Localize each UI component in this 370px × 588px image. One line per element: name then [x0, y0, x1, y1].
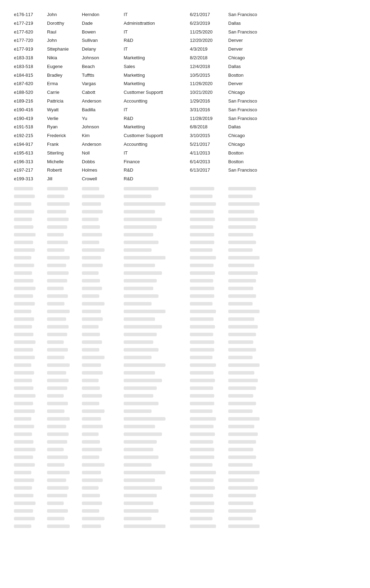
blurred-cell — [124, 210, 155, 213]
blurred-cell — [124, 294, 159, 298]
blurred-table-row — [14, 515, 356, 522]
blurred-table-row — [14, 507, 356, 515]
blurred-cell — [228, 310, 260, 313]
cell-date: 4/11/2013 — [190, 150, 228, 157]
cell-date: 3/31/2016 — [190, 106, 228, 114]
blurred-cell — [14, 440, 33, 444]
cell-dept: Marketting — [124, 123, 190, 131]
blurred-cell — [190, 233, 214, 236]
cell-city: Bostton — [228, 150, 273, 157]
table-row: e177-219 Dorotthy Dade Administtrattion … — [14, 19, 356, 28]
cell-date: 11/26/2020 — [190, 80, 228, 88]
blurred-cell — [47, 225, 67, 229]
blurred-cell — [47, 294, 68, 298]
cell-first: Pattricia — [47, 98, 82, 105]
blurred-cell — [124, 202, 165, 206]
blurred-cell — [190, 356, 213, 359]
cell-last: Holmes — [82, 167, 124, 174]
blurred-cell — [190, 517, 213, 520]
blurred-cell — [14, 356, 35, 359]
blurred-cell — [124, 502, 153, 505]
blurred-cell — [190, 202, 216, 206]
cell-id: e188-520 — [14, 89, 47, 96]
cell-dept: IT — [124, 11, 190, 18]
cell-city: Dallas — [228, 63, 273, 70]
blurred-cell — [47, 310, 70, 313]
blurred-cell — [190, 333, 213, 336]
cell-id: e194-917 — [14, 141, 47, 148]
blurred-cell — [82, 386, 100, 390]
blurred-cell — [14, 394, 36, 398]
cell-date: 6/14/2013 — [190, 158, 228, 166]
blurred-cell — [14, 478, 34, 482]
blurred-cell — [47, 333, 67, 336]
cell-dept: R&D — [124, 37, 190, 44]
cell-date: 10/5/2015 — [190, 72, 228, 79]
blurred-cell — [82, 287, 102, 290]
blurred-cell — [47, 440, 67, 444]
blurred-cell — [228, 417, 260, 421]
blurred-cell — [228, 195, 253, 198]
blurred-cell — [82, 233, 102, 236]
blurred-cell — [190, 417, 216, 421]
blurred-cell — [124, 486, 162, 490]
blurred-cell — [14, 248, 35, 252]
cell-id: e199-313 — [14, 175, 47, 183]
cell-dept: Custtomer Supportt — [124, 132, 190, 140]
blurred-cell — [47, 202, 70, 206]
cell-date: 5/21/2017 — [190, 141, 228, 148]
blurred-cell — [82, 210, 103, 213]
blurred-cell — [190, 448, 214, 451]
blurred-table-row — [14, 377, 356, 384]
blurred-cell — [190, 432, 215, 436]
blurred-cell — [124, 463, 152, 467]
blurred-cell — [82, 279, 100, 282]
blurred-table-row — [14, 361, 356, 369]
blurred-cell — [124, 233, 153, 236]
blurred-cell — [14, 402, 33, 405]
blurred-cell — [82, 271, 99, 275]
blurred-rows — [14, 185, 356, 530]
blurred-cell — [228, 218, 258, 221]
blurred-cell — [124, 478, 155, 482]
cell-last: Johnson — [82, 54, 124, 62]
blurred-cell — [47, 502, 64, 505]
blurred-cell — [190, 425, 214, 428]
blurred-cell — [124, 287, 153, 290]
blurred-cell — [228, 271, 258, 275]
cell-last: Johnson — [82, 123, 124, 131]
blurred-cell — [47, 463, 64, 467]
blurred-cell — [190, 264, 214, 267]
blurred-cell — [47, 271, 69, 275]
blurred-cell — [82, 425, 103, 428]
blurred-cell — [124, 187, 159, 190]
blurred-cell — [82, 187, 99, 190]
table-row: e189-216 Pattricia Anderson Accountting … — [14, 97, 356, 106]
blurred-cell — [14, 517, 35, 520]
blurred-cell — [124, 394, 153, 398]
blurred-cell — [47, 356, 64, 359]
blurred-cell — [47, 394, 64, 398]
table-row: e191-518 Ryan Johnson Marketting 6/8/201… — [14, 123, 356, 131]
blurred-cell — [228, 202, 260, 206]
blurred-cell — [82, 394, 102, 398]
blurred-cell — [14, 379, 32, 382]
blurred-cell — [47, 486, 69, 490]
blurred-cell — [82, 348, 99, 352]
blurred-cell — [14, 432, 32, 436]
table-row: e183-518 Eugene Beach Sales 12/4/2018 Da… — [14, 62, 356, 71]
blurred-cell — [82, 440, 100, 444]
cell-id: e190-419 — [14, 115, 47, 122]
blurred-cell — [228, 287, 253, 290]
blurred-cell — [190, 455, 214, 459]
blurred-cell — [82, 195, 105, 198]
blurred-cell — [124, 417, 165, 421]
blurred-cell — [47, 402, 68, 405]
blurred-cell — [190, 248, 213, 252]
cell-first: Bradley — [47, 72, 82, 79]
cell-last: Delany — [82, 46, 124, 53]
blurred-cell — [124, 425, 155, 428]
cell-city: Denver — [228, 46, 273, 53]
blurred-cell — [124, 248, 152, 252]
table-row: e190-416 Wyatt Badilla IT 3/31/2016 San … — [14, 106, 356, 114]
